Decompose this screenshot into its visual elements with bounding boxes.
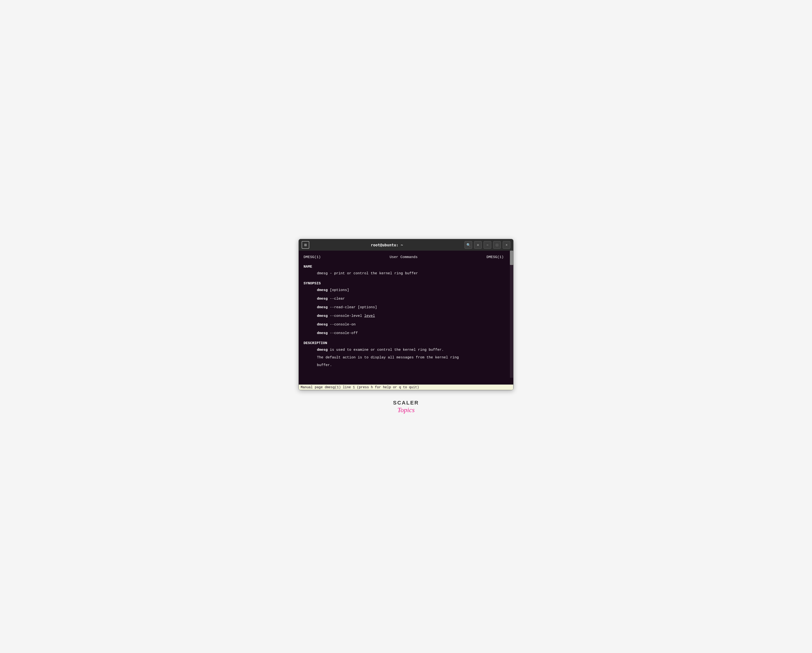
scrollbar[interactable] [510,251,513,378]
menu-icon: ≡ [477,243,479,247]
terminal-icon: ⊞ [302,241,309,249]
terminal-body[interactable]: DMESG(1) User Commands DMESG(1) NAME dme… [299,251,513,384]
window-title: root@ubuntu: ~ [309,243,464,247]
header-center: User Commands [389,254,417,260]
close-button[interactable]: × [503,241,510,249]
synopsis-rest-4: --console-level level [328,314,375,318]
maximize-button[interactable]: □ [493,241,501,249]
synopsis-line-5: dmesg --console-on [304,322,504,327]
synopsis-line-3: dmesg --read-clear [options] [304,304,504,310]
synopsis-line-6: dmesg --console-off [304,330,504,336]
synopsis-cmd-1: dmesg [317,288,328,292]
synopsis-cmd-3: dmesg [317,305,328,309]
man-header: DMESG(1) User Commands DMESG(1) [304,254,504,260]
synopsis-rest-3: --read-clear [options] [328,305,377,309]
synopsis-cmd-4: dmesg [317,314,328,318]
minimize-button[interactable]: − [484,241,491,249]
search-button[interactable]: 🔍 [464,241,472,249]
synopsis-line-1: dmesg [options] [304,288,504,293]
close-icon: × [505,243,508,247]
maximize-icon: □ [496,243,498,247]
header-right: DMESG(1) [487,254,504,260]
status-bar: Manual page dmesg(1) line 1 (press h for… [299,384,513,390]
synopsis-rest-2: --clear [328,297,345,301]
desc-rest-1: is used to examine or control the kernel… [328,348,444,352]
scrollbar-thumb[interactable] [510,251,513,265]
search-icon: 🔍 [466,243,470,247]
terminal-content: DMESG(1) User Commands DMESG(1) NAME dme… [304,254,508,368]
desc-cmd: dmesg [317,348,328,352]
scaler-logo: SCALER Topics [393,400,419,414]
synopsis-line-4: dmesg --console-level level [304,313,504,319]
desc-text-2: The default action is to display all mes… [317,356,459,359]
synopsis-section-label: SYNOPSIS [304,281,504,286]
synopsis-rest-6: --console-off [328,331,358,335]
minimize-icon: − [487,243,488,247]
topics-text: Topics [393,406,419,414]
synopsis-line-2: dmesg --clear [304,296,504,302]
synopsis-cmd-2: dmesg [317,297,328,301]
name-section-label: NAME [304,264,504,270]
header-left: DMESG(1) [304,254,321,260]
description-line-3: buffer. [304,362,504,368]
titlebar-controls: 🔍 ≡ − □ × [464,241,510,249]
description-section-label: DESCRIPTION [304,341,504,346]
titlebar: ⊞ root@ubuntu: ~ 🔍 ≡ − □ × [299,239,513,251]
desc-text-3: buffer. [317,363,332,367]
description-line-1: dmesg is used to examine or control the … [304,347,504,353]
synopsis-cmd-5: dmesg [317,323,328,327]
titlebar-left: ⊞ [302,241,309,249]
synopsis-rest-5: --console-on [328,323,356,327]
terminal-window: ⊞ root@ubuntu: ~ 🔍 ≡ − □ × [299,239,513,390]
description-line-2: The default action is to display all mes… [304,355,504,361]
synopsis-rest-1: [options] [328,288,349,292]
menu-button[interactable]: ≡ [474,241,482,249]
name-description: dmesg - print or control the kernel ring… [304,271,504,277]
synopsis-cmd-6: dmesg [317,331,328,335]
scaler-text: SCALER [393,400,419,406]
level-underline: level [364,314,375,318]
